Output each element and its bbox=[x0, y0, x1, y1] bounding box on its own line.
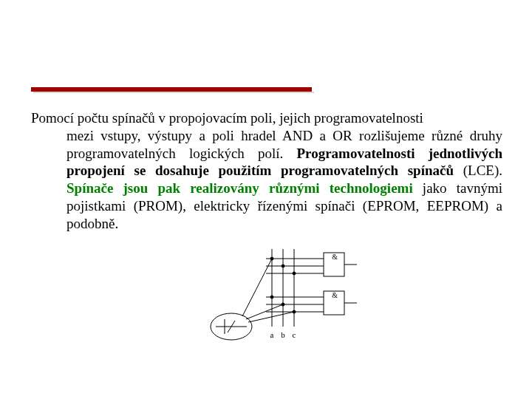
schematic-diagram: & & a b c bbox=[205, 245, 361, 349]
svg-point-16 bbox=[270, 296, 273, 299]
para-seg-3: (LCE). bbox=[454, 163, 502, 178]
body-paragraph: Pomocí počtu spínačů v propojovacím poli… bbox=[31, 109, 502, 232]
svg-point-14 bbox=[282, 265, 284, 267]
para-firstline: Pomocí počtu spínačů v propojovacím poli… bbox=[31, 109, 502, 127]
svg-point-15 bbox=[293, 272, 296, 275]
schematic-svg: & & a b c bbox=[205, 245, 361, 349]
axis-c: c bbox=[293, 330, 296, 339]
axis-a: a bbox=[270, 330, 274, 339]
para-seg-4-green: Spínače jsou pak realizovány různými tec… bbox=[66, 180, 413, 196]
para-rest: mezi vstupy, výstupy a poli hradel AND a… bbox=[31, 127, 502, 233]
svg-line-25 bbox=[248, 312, 294, 322]
slide: Pomocí počtu spínačů v propojovacím poli… bbox=[0, 0, 532, 399]
svg-line-23 bbox=[242, 259, 272, 316]
axis-b: b bbox=[281, 330, 285, 339]
and-label-2: & bbox=[332, 291, 338, 299]
and-label-1: & bbox=[332, 253, 338, 261]
title-rule-shadow bbox=[33, 92, 314, 93]
